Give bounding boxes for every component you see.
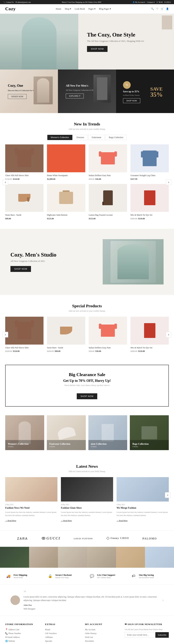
collection-footwear[interactable]: Footwear Collection 4 Items bbox=[47, 415, 86, 450]
brand-louis-vuitton[interactable]: LOUIS VUITTON bbox=[74, 538, 93, 540]
currency-link[interactable]: $ USD ▾ bbox=[165, 1, 171, 3]
search-icon[interactable]: 🔍 bbox=[151, 8, 154, 10]
brand-gucci[interactable]: GUCCI bbox=[41, 536, 60, 542]
hero-cta-button[interactable]: Shop Now bbox=[87, 46, 108, 52]
news-image-1 bbox=[5, 477, 57, 502]
hero-model bbox=[0, 14, 78, 70]
footer-extras: Extras Brand Gift Vouchers Affiliates Sp… bbox=[45, 623, 80, 644]
contact-phone[interactable]: 📞 Contact Us bbox=[3, 1, 14, 3]
news-title: Latest News bbox=[5, 464, 169, 469]
wishlist-icon[interactable]: ♡ bbox=[156, 8, 158, 10]
news-carousel: 4 May 2021 Fashion News We Need Lorem Ip… bbox=[5, 477, 169, 522]
footer-address[interactable]: 📍 Address Line bbox=[5, 628, 40, 631]
product-name-3: Italian Driftless Easy Pant bbox=[89, 174, 127, 177]
mens-studio-cta[interactable]: Shop Now bbox=[10, 266, 31, 272]
hero-content: The Cozy, One Style The All New Gorgeous… bbox=[78, 24, 174, 59]
nav-blog[interactable]: Blog Pages ▾ bbox=[99, 8, 111, 10]
feature-checkout-text: Secure Checkout Hustle Free Shop bbox=[55, 574, 72, 578]
footer-gift-link[interactable]: Gift Vouchers bbox=[45, 632, 80, 635]
footer-brand-link[interactable]: Brand bbox=[45, 628, 80, 631]
testimonial-next-arrow[interactable]: › bbox=[162, 598, 164, 602]
latest-news-section: Latest News Add our Latest arrivals to y… bbox=[0, 455, 174, 530]
products-prev-arrow[interactable]: ‹ bbox=[2, 180, 8, 185]
product-card-6[interactable]: Highwater Satin Bottom $125.00 bbox=[47, 184, 85, 220]
product-card-8[interactable]: Mix & Match Tie Dye Set $200.00$110.00 bbox=[131, 184, 169, 220]
product-card-4[interactable]: Gossamer Straight Leg Chino $327.99 bbox=[131, 144, 169, 180]
tab-bags-collection[interactable]: Bags Collection bbox=[106, 135, 127, 140]
special-card-2[interactable]: Stone Barn - Suede $200.00$90.00 bbox=[47, 317, 85, 353]
footer-email[interactable]: ✉ Email Address bbox=[5, 636, 40, 638]
tab-dresses[interactable]: Dresses bbox=[73, 135, 88, 140]
special-card-4[interactable]: Mix & Match Tie Dye Set $200.00$110.00 bbox=[131, 317, 169, 353]
nav-pages[interactable]: Pages ▾ bbox=[88, 8, 96, 10]
special-image-1 bbox=[5, 317, 43, 344]
banner-cozy-cta[interactable]: Order Now bbox=[8, 94, 27, 99]
mens-studio-section: Cozy. Men's Studio All New Gorgeous Coll… bbox=[0, 229, 174, 295]
special-next-arrow[interactable]: › bbox=[166, 332, 172, 338]
collection-footwear-name: Footwear Collection bbox=[49, 443, 83, 446]
footer-grid: Store Information 📍 Address Line 📞 Phone… bbox=[5, 623, 169, 644]
special-price-2: $200.00$90.00 bbox=[47, 350, 85, 352]
contact-email[interactable]: ✉ admin@gmail.com bbox=[15, 1, 31, 3]
testimonial-text-block: ❝ Lorem ipsum dolor sit amet, consectetu… bbox=[23, 590, 159, 611]
collection-bags[interactable]: Bags Collection 4 Items bbox=[130, 415, 169, 450]
products-row-1: Cheer Silk Pull Sleeve Shirt $220.00$110… bbox=[5, 144, 169, 180]
tab-womens-collection[interactable]: Women's Collection bbox=[47, 135, 72, 140]
product-card-5[interactable]: Stone Barn - Suede $99.00 bbox=[5, 184, 43, 220]
collection-men[interactable]: men Collection 4 Items bbox=[88, 415, 127, 450]
news-next-arrow[interactable]: › bbox=[165, 492, 171, 498]
banner-mens-title: All New For Men's bbox=[66, 84, 88, 87]
footer-order-history-link[interactable]: Order History bbox=[85, 632, 120, 635]
clearance-cta[interactable]: Shop Now bbox=[77, 393, 97, 399]
logo[interactable]: Cozy bbox=[5, 6, 16, 12]
gallery-3 bbox=[58, 547, 87, 568]
read-more-1[interactable]: → Read More bbox=[5, 520, 16, 522]
footer-website[interactable]: 🌐 Website bbox=[5, 640, 40, 642]
footer-wishlist-link[interactable]: Wish List bbox=[85, 636, 120, 638]
product-card-2[interactable]: Home White Sweatpants $2,000.00 bbox=[47, 144, 85, 180]
footer-phone[interactable]: 📞 Phone Number bbox=[5, 632, 40, 635]
compare-link[interactable]: Compare ▾ bbox=[147, 1, 155, 3]
newsletter-subscribe-button[interactable]: Subscribe bbox=[155, 632, 169, 638]
tab-outerwear[interactable]: Outerwear bbox=[88, 135, 105, 140]
special-card-3[interactable]: Italian Driftless Easy Pant $38.00$36.00 bbox=[89, 317, 127, 353]
footer-newsletter-link[interactable]: Newsletter bbox=[85, 640, 120, 642]
feature-shipping-desc: World Wide bbox=[13, 576, 27, 578]
brand-palomo[interactable]: PALOMO bbox=[143, 537, 157, 540]
special-prev-arrow[interactable]: ‹ bbox=[2, 332, 8, 338]
product-card-3[interactable]: Italian Driftless Easy Pant $38.00$36.00 bbox=[89, 144, 127, 180]
collection-women[interactable]: Women's Collection 4 Items bbox=[5, 415, 44, 450]
product-price-4: $327.99 bbox=[131, 178, 169, 180]
collection-footwear-overlay: Footwear Collection 4 Items bbox=[47, 440, 86, 450]
nav-shop[interactable]: Shop ▾ bbox=[65, 8, 71, 10]
shipping-icon: 🚚 bbox=[5, 573, 11, 579]
footer-my-account-link[interactable]: My Account bbox=[85, 628, 120, 631]
special-grid: Cheer Silk Pull Sleeve Shirt $220.00$110… bbox=[5, 317, 169, 353]
news-text-1: Lorem Ipsum has been the industry standa… bbox=[5, 511, 57, 517]
product-image-5 bbox=[5, 184, 43, 212]
newsletter-email-input[interactable] bbox=[125, 632, 155, 638]
footer-specials-link[interactable]: Specials bbox=[45, 640, 80, 642]
read-more-2[interactable]: → Read More bbox=[61, 520, 72, 522]
collection-men-name: men Collection bbox=[91, 443, 125, 446]
products-next-arrow[interactable]: › bbox=[166, 180, 172, 185]
banner-sale-subtitle: on Black Friday Season bbox=[123, 94, 144, 96]
brand-jimmy-choo[interactable]: Jimmy CHOO bbox=[106, 536, 129, 541]
nav-lookbook[interactable]: Look Book bbox=[75, 8, 85, 10]
special-card-1[interactable]: Cheer Silk Pull Sleeve Shirt $220.00$110… bbox=[5, 317, 43, 353]
brand-zara[interactable]: ZARA bbox=[17, 537, 28, 540]
banner-mens-cta[interactable]: Explore It bbox=[66, 94, 84, 98]
clearance-title: Big Clearance Sale bbox=[12, 372, 162, 377]
user-icon[interactable]: 👤 bbox=[166, 8, 169, 10]
banner-sale-cta[interactable]: Shop Now bbox=[123, 98, 140, 103]
nav-home[interactable]: Home bbox=[56, 8, 61, 10]
read-more-3[interactable]: → Read More bbox=[117, 520, 128, 522]
mens-studio-content: Cozy. Men's Studio All New Gorgeous Coll… bbox=[10, 252, 96, 272]
account-link[interactable]: 👤 My Account ▾ bbox=[133, 1, 145, 3]
cart-link[interactable]: 🛒 $0.00 bbox=[156, 1, 163, 3]
product-card-7[interactable]: Lumen Bag Toasted coconut $155.00 bbox=[89, 184, 127, 220]
product-image-3 bbox=[89, 144, 127, 172]
product-card-1[interactable]: Cheer Silk Pull Sleeve Shirt $220.00$110… bbox=[5, 144, 43, 180]
footer-affiliates-link[interactable]: Affiliates bbox=[45, 636, 80, 638]
cart-icon[interactable]: 🛒 bbox=[161, 8, 164, 10]
